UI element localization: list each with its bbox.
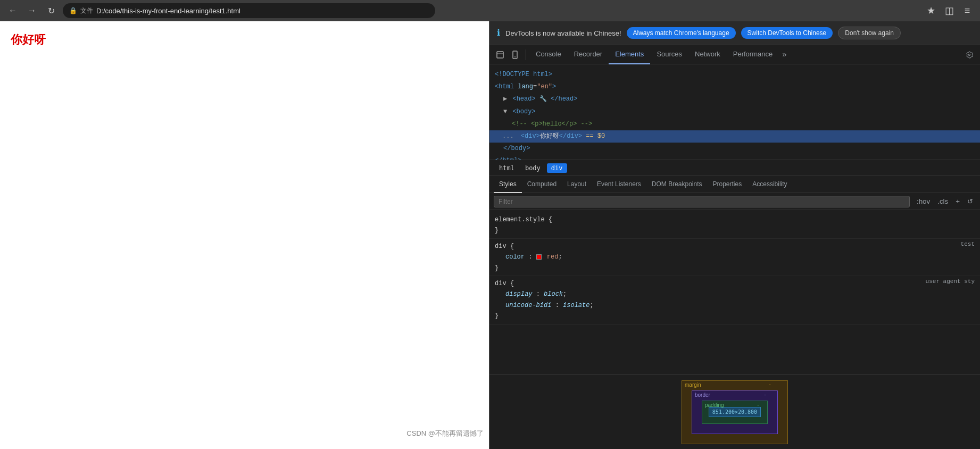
- dom-line-div[interactable]: ... <div>你好呀</div> == $0: [489, 130, 980, 143]
- css-source-test: test: [961, 241, 975, 247]
- breadcrumb-html[interactable]: html: [495, 163, 519, 173]
- tab-event-listeners[interactable]: Event Listeners: [592, 176, 646, 193]
- dom-line-body[interactable]: ▼ <body>: [489, 106, 980, 118]
- tab-layout[interactable]: Layout: [562, 176, 592, 193]
- devtools-panel: ℹ DevTools is now available in Chinese! …: [489, 21, 980, 449]
- filter-input[interactable]: [494, 196, 910, 207]
- css-rule-div-ua: user agent sty div { display : block; un…: [489, 276, 980, 325]
- tab-accessibility[interactable]: Accessibility: [747, 176, 792, 193]
- reload-button[interactable]: ↻: [44, 3, 59, 18]
- svg-rect-2: [513, 51, 517, 59]
- tab-elements[interactable]: Elements: [609, 45, 650, 64]
- devtools-notification: ℹ DevTools is now available in Chinese! …: [489, 21, 980, 45]
- box-content-size: 851.200×20.800: [709, 407, 761, 417]
- css-div-closing: }: [495, 263, 975, 273]
- address-bar[interactable]: 🔒 文件 D:/code/this-is-my-front-end-learni…: [63, 3, 435, 18]
- address-url: D:/code/this-is-my-front-end-learning/te…: [96, 7, 240, 15]
- border-dash: -: [763, 392, 767, 398]
- forward-button[interactable]: →: [24, 3, 39, 18]
- tab-recorder[interactable]: Recorder: [568, 45, 609, 64]
- browser-titlebar: ← → ↻ 🔒 文件 D:/code/this-is-my-front-end-…: [0, 0, 980, 21]
- css-div-ua-selector[interactable]: div {: [495, 278, 975, 289]
- webpage-panel: 你好呀 CSDN @不能再留遗憾了: [0, 21, 489, 449]
- settings-icon[interactable]: [962, 47, 977, 62]
- breadcrumb: html body div: [489, 160, 980, 176]
- main-area: 你好呀 CSDN @不能再留遗憾了 ℹ DevTools is now avai…: [0, 21, 980, 449]
- notification-text: DevTools is now available in Chinese!: [505, 29, 621, 37]
- color-swatch-red[interactable]: [536, 254, 542, 260]
- page-content: 你好呀: [0, 21, 489, 59]
- tab-styles[interactable]: Styles: [494, 176, 522, 193]
- padding-dash: -: [757, 402, 760, 408]
- css-unicode-bidi-prop[interactable]: unicode-bidi : isolate;: [495, 300, 975, 311]
- box-padding: padding - 851.200×20.800: [702, 401, 768, 424]
- box-model: margin - border - padding - 851.200×20.: [489, 375, 980, 449]
- tab-properties[interactable]: Properties: [708, 176, 748, 193]
- dont-show-again-button[interactable]: Don't show again: [838, 27, 901, 39]
- css-closing-line: }: [495, 225, 975, 236]
- tab-performance[interactable]: Performance: [727, 45, 779, 64]
- css-div-selector[interactable]: div {: [495, 241, 975, 252]
- css-source-ua: user agent sty: [926, 278, 975, 285]
- css-display-prop[interactable]: display : block;: [495, 289, 975, 300]
- margin-label: margin: [685, 382, 701, 388]
- svg-rect-0: [497, 52, 503, 58]
- filter-bar: :hov .cls + ↺: [489, 193, 980, 210]
- tab-computed[interactable]: Computed: [522, 176, 562, 193]
- more-tabs-button[interactable]: »: [779, 51, 790, 59]
- filter-actions: :hov .cls + ↺: [914, 196, 976, 206]
- back-button[interactable]: ←: [5, 3, 20, 18]
- css-rule-element-style: element.style { }: [489, 212, 980, 239]
- styles-panel: Styles Computed Layout Event Listeners D…: [489, 176, 980, 449]
- css-color-prop[interactable]: color : red;: [495, 252, 975, 262]
- dom-line-comment[interactable]: <!-- <p>hello</p> -->: [489, 118, 980, 130]
- tab-sources[interactable]: Sources: [650, 45, 688, 64]
- tab-console[interactable]: Console: [529, 45, 568, 64]
- border-label: border: [695, 392, 710, 398]
- breadcrumb-body[interactable]: body: [521, 163, 545, 173]
- dom-line-html-close[interactable]: </html>: [489, 155, 980, 160]
- menu-button[interactable]: ≡: [960, 3, 975, 18]
- margin-dash: -: [768, 382, 771, 388]
- address-label: 文件: [80, 6, 93, 15]
- hov-button[interactable]: :hov: [914, 196, 933, 206]
- tab-network[interactable]: Network: [688, 45, 727, 64]
- tab-dom-breakpoints[interactable]: DOM Breakpoints: [646, 176, 708, 193]
- dom-tree: <!DOCTYPE html> <html lang="en"> ▶ <head…: [489, 64, 980, 160]
- switch-devtools-button[interactable]: Switch DevTools to Chinese: [741, 27, 833, 39]
- css-selector-line[interactable]: element.style {: [495, 214, 975, 225]
- styles-tabs: Styles Computed Layout Event Listeners D…: [489, 176, 980, 193]
- box-margin: margin - border - padding - 851.200×20.: [682, 380, 788, 444]
- toolbar-separator: [526, 49, 526, 60]
- bookmark-button[interactable]: ★: [924, 3, 939, 18]
- dom-line-head[interactable]: ▶ <head> 🔧 </head>: [489, 93, 980, 105]
- breadcrumb-div[interactable]: div: [547, 163, 567, 173]
- box-border: border - padding - 851.200×20.800: [692, 390, 778, 434]
- css-div-ua-closing: }: [495, 311, 975, 321]
- box-model-diagram: margin - border - padding - 851.200×20.: [682, 380, 788, 444]
- dom-line-body-close[interactable]: </body>: [489, 143, 980, 155]
- dom-line-html[interactable]: <html lang="en">: [489, 81, 980, 93]
- cls-button[interactable]: .cls: [935, 196, 951, 206]
- devtools-toolbar: Console Recorder Elements Sources Networ…: [489, 45, 980, 64]
- inspect-element-icon[interactable]: [493, 47, 508, 62]
- titlebar-right: ★ ◫ ≡: [924, 3, 975, 18]
- refresh-style-button[interactable]: ↺: [965, 196, 976, 206]
- always-match-button[interactable]: Always match Chrome's language: [627, 27, 736, 39]
- csdn-watermark: CSDN @不能再留遗憾了: [406, 429, 484, 438]
- css-rules: element.style { } test div { color :: [489, 210, 980, 375]
- device-toolbar-icon[interactable]: [508, 47, 522, 62]
- css-rule-div-color: test div { color : red; }: [489, 239, 980, 276]
- extensions-button[interactable]: ◫: [942, 3, 957, 18]
- add-style-button[interactable]: +: [953, 196, 962, 206]
- info-icon: ℹ: [497, 28, 500, 38]
- page-text: 你好呀: [11, 33, 46, 46]
- dom-line-doctype[interactable]: <!DOCTYPE html>: [489, 69, 980, 81]
- lock-icon: 🔒: [69, 7, 77, 14]
- devtools-tabs: Console Recorder Elements Sources Networ…: [529, 45, 962, 64]
- padding-label: padding: [705, 402, 724, 408]
